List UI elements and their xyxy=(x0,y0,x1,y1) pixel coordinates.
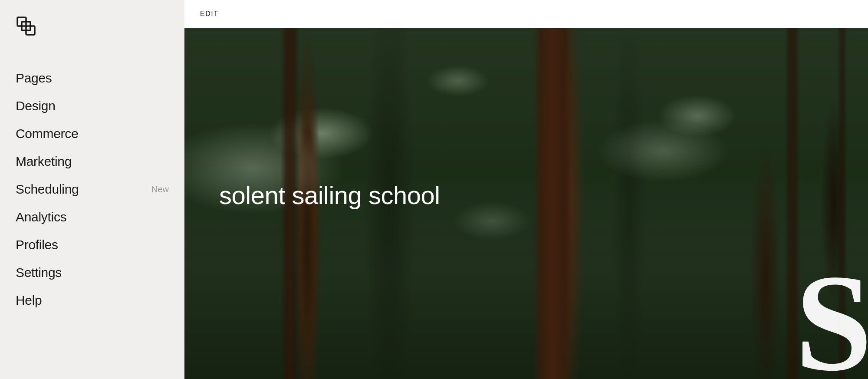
site-title: solent sailing school xyxy=(219,181,440,209)
sidebar-item-settings[interactable]: Settings xyxy=(16,259,169,287)
sidebar-item-marketing[interactable]: Marketing xyxy=(16,148,169,175)
sidebar-item-design[interactable]: Design xyxy=(16,92,169,120)
sidebar-item-help[interactable]: Help xyxy=(16,287,169,314)
sidebar-item-design-label: Design xyxy=(16,98,56,114)
main-content: EDIT solent sailing school S xyxy=(184,0,868,379)
nav-menu: Pages Design Commerce Marketing Scheduli… xyxy=(0,64,184,314)
sidebar-item-profiles-label: Profiles xyxy=(16,237,58,253)
sidebar-item-scheduling-label: Scheduling xyxy=(16,181,79,197)
sidebar-item-analytics[interactable]: Analytics xyxy=(16,203,169,231)
logo-area xyxy=(0,0,184,64)
tree-trunk-main xyxy=(533,28,572,379)
sidebar-item-pages-label: Pages xyxy=(16,70,52,86)
watermark-letter: S xyxy=(795,253,868,379)
sidebar-item-commerce-label: Commerce xyxy=(16,126,78,142)
sidebar-item-profiles[interactable]: Profiles xyxy=(16,231,169,259)
sidebar-item-pages[interactable]: Pages xyxy=(16,64,169,92)
topbar: EDIT xyxy=(184,0,868,28)
sidebar-item-marketing-label: Marketing xyxy=(16,154,72,169)
sidebar-item-analytics-label: Analytics xyxy=(16,209,66,225)
sidebar-item-commerce[interactable]: Commerce xyxy=(16,120,169,148)
sidebar-item-settings-label: Settings xyxy=(16,265,62,280)
edit-label: EDIT xyxy=(200,10,218,18)
sidebar-item-help-label: Help xyxy=(16,293,42,308)
sidebar-item-scheduling-badge: New xyxy=(151,185,169,194)
sidebar-item-scheduling[interactable]: Scheduling New xyxy=(16,175,169,203)
squarespace-logo[interactable] xyxy=(16,16,38,38)
preview-area: solent sailing school S xyxy=(184,28,868,379)
sidebar: Pages Design Commerce Marketing Scheduli… xyxy=(0,0,184,379)
